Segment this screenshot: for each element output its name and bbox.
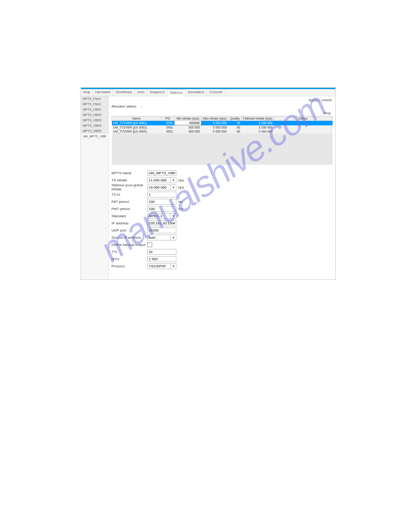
mtu-label: MTU <box>111 257 147 261</box>
tab-simulation[interactable]: Simulation <box>185 89 207 96</box>
udp-port-input[interactable] <box>147 227 176 233</box>
pat-period-unit: ms <box>178 200 183 204</box>
tab-jobs[interactable]: Jobs <box>135 89 147 96</box>
cell-pid: 3501 <box>161 129 175 133</box>
ts-id-input[interactable] <box>147 192 176 197</box>
apply-link[interactable]: Apply <box>308 98 317 102</box>
chevron-down-icon: ▼ <box>170 178 175 183</box>
define-backup-checkbox[interactable] <box>147 242 152 247</box>
allocator-status: Allocator status: - <box>111 104 333 108</box>
cell-name: UM_TV2VBR (job 3682) <box>112 125 161 130</box>
ttl-input[interactable] <box>147 249 176 255</box>
cell-min-bitrate: 800 000 <box>175 129 201 133</box>
cell-quality: 70 <box>228 121 242 125</box>
standard-select[interactable]: MPEG-2▼ <box>147 213 176 219</box>
col-quality[interactable]: Quality <box>228 116 242 121</box>
pat-period-label: PAT period <box>111 200 147 204</box>
cell-min-bitrate-edit[interactable]: 600000 <box>175 121 201 125</box>
statmux-pool-unit: bps <box>178 185 184 189</box>
cell-status: - <box>274 125 333 130</box>
chevron-down-icon: ▼ <box>170 264 175 269</box>
top-actions: Apply | Unedit <box>308 98 332 102</box>
cell-max-bitrate: 5 000 000 <box>201 125 228 130</box>
ip-address-label: IP address <box>111 221 147 225</box>
sidebar-item-mpts-flex3[interactable]: MPTS_Flex3 <box>81 102 108 107</box>
cell-status: - <box>274 129 333 133</box>
chevron-down-icon: ▼ <box>170 185 175 190</box>
cell-max-bitrate: 5 000 000 <box>201 121 228 125</box>
col-fallback[interactable]: Fallback bitrate (bps) <box>242 116 274 121</box>
tab-console[interactable]: Console <box>207 89 225 96</box>
ts-bitrate-select[interactable]: 11 000 000▼ <box>147 177 176 183</box>
main-tabs: etup Hardware Workflows Jobs Snapshot St… <box>81 89 335 96</box>
tab-statmux[interactable]: Statmux <box>167 89 185 96</box>
pmt-period-unit: ms <box>178 207 183 211</box>
cell-name: UM_TV1VBR (job 3681) <box>112 121 161 125</box>
col-min-bitrate[interactable]: Min bitrate (bps) <box>175 116 201 121</box>
sidebar-item-um-mpts-vbr[interactable]: UM_MPTS_VBR <box>81 134 108 139</box>
sidebar-item-mpts-vbr1[interactable]: MPTS_VBR1 <box>81 107 108 112</box>
cell-quality: 60 <box>228 125 242 130</box>
sidebar-item-mpts-vbr4[interactable]: MPTS_VBR4 <box>81 123 108 129</box>
col-name[interactable]: Name <box>112 116 161 121</box>
cell-fallback: 3 286 666 <box>242 121 274 125</box>
tab-setup[interactable]: etup <box>81 89 93 96</box>
tab-hardware[interactable]: Hardware <box>93 89 114 96</box>
table-header-row: Name PID Min bitrate (bps) Max bitrate (… <box>112 116 333 121</box>
protocol-select[interactable]: TS/UDP/IP▼ <box>147 263 176 269</box>
mtu-input[interactable] <box>147 256 176 262</box>
chevron-down-icon: ▼ <box>170 235 175 240</box>
cell-pid: 3401 <box>161 125 175 130</box>
table-row[interactable]: UM_TV1VBR (job 3681) 3701 600000 5 000 0… <box>112 121 333 125</box>
source-ip-label: Source IP address <box>111 236 147 240</box>
protocol-label: Protocol <box>111 264 147 268</box>
statmux-pool-label: Statmux pool global bitrate <box>111 183 147 191</box>
sidebar-item-mpts-flex1[interactable]: MPTS_Flex1 <box>81 96 108 102</box>
col-pid[interactable]: PID <box>161 116 175 121</box>
config-form: MPTS name TS bitrate 11 000 000▼ bps Sta… <box>111 169 333 270</box>
sidebar-item-mpts-vbr5[interactable]: MPTS_VBR5 <box>81 129 108 134</box>
tab-snapshot[interactable]: Snapshot <box>147 89 167 96</box>
allocator-label: Allocator status: <box>111 104 137 108</box>
cell-min-bitrate: 600 000 <box>175 125 201 130</box>
mpts-name-label: MPTS name <box>111 171 147 175</box>
mpts-name-input[interactable] <box>147 170 176 176</box>
cell-pid: 3701 <box>161 121 175 125</box>
cell-fallback: 3 466 666 <box>242 129 274 133</box>
pmt-period-input[interactable] <box>147 206 176 212</box>
ts-bitrate-label: TS bitrate <box>111 178 147 182</box>
sidebar-item-mpts-vbr2[interactable]: MPTS_VBR2 <box>81 112 108 118</box>
content-area: MPTS_Flex1 MPTS_Flex3 MPTS_VBR1 MPTS_VBR… <box>81 96 335 279</box>
table-row[interactable]: UM_TV3VBR (job 3665) 3501 800 000 5 000 … <box>112 129 333 133</box>
grid-empty-space <box>112 133 333 165</box>
chevron-down-icon: ▼ <box>170 214 175 219</box>
sidebar-item-mpts-vbr3[interactable]: MPTS_VBR3 <box>81 118 108 123</box>
col-status[interactable]: Status <box>274 116 333 121</box>
ip-address-input[interactable] <box>147 220 176 226</box>
ts-bitrate-unit: bps <box>178 178 184 182</box>
app-window: etup Hardware Workflows Jobs Snapshot St… <box>81 87 336 280</box>
cell-name: UM_TV3VBR (job 3665) <box>112 129 161 133</box>
col-max-bitrate[interactable]: Max bitrate (bps) <box>201 116 228 121</box>
standard-label: Standard <box>111 214 147 218</box>
cell-fallback: 3 286 666 <box>242 125 274 130</box>
udp-port-label: UDP port <box>111 228 147 232</box>
statmux-pool-select[interactable]: 10 000 000▼ <box>147 184 176 190</box>
cell-max-bitrate: 5 000 000 <box>201 129 228 133</box>
cell-quality: 80 <box>228 129 242 133</box>
sidebar: MPTS_Flex1 MPTS_Flex3 MPTS_VBR1 MPTS_VBR… <box>81 96 109 279</box>
stop-link[interactable]: Stop <box>111 111 333 115</box>
pat-period-input[interactable] <box>147 199 176 205</box>
ttl-label: TTL <box>111 250 147 254</box>
cell-status: - <box>274 121 333 125</box>
source-ip-select[interactable]: auto▼ <box>147 235 176 240</box>
unedit-link[interactable]: Unedit <box>321 98 332 102</box>
stream-table: Name PID Min bitrate (bps) Max bitrate (… <box>111 116 333 165</box>
table-row[interactable]: UM_TV2VBR (job 3682) 3401 600 000 5 000 … <box>112 125 333 130</box>
ts-id-label: TS Id <box>111 193 147 197</box>
main-panel: Apply | Unedit Allocator status: - Stop … <box>109 96 335 279</box>
define-backup-label: Define backup output <box>111 243 147 247</box>
allocator-value: - <box>141 104 142 108</box>
tab-workflows[interactable]: Workflows <box>113 89 135 96</box>
pmt-period-label: PMT period <box>111 207 147 211</box>
